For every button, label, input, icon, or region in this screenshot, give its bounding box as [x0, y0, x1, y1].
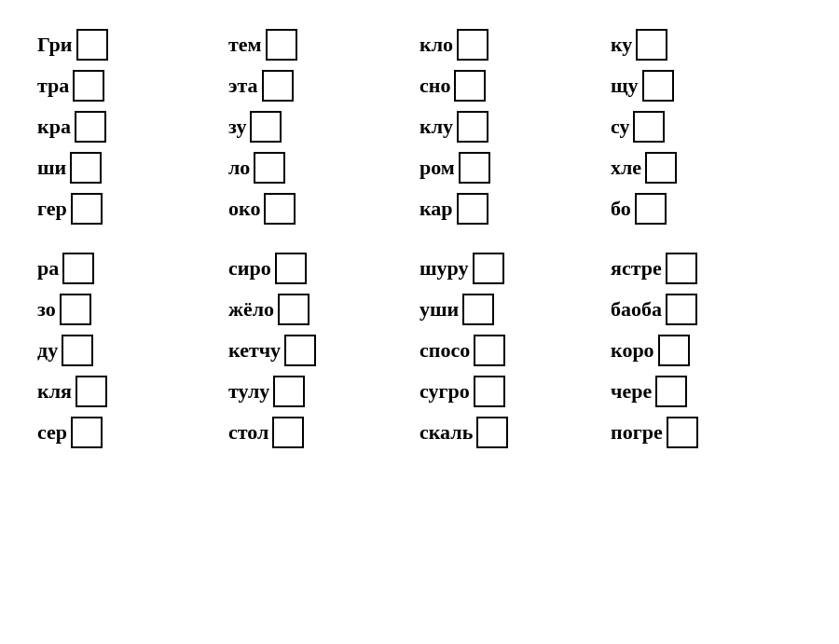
word-row: кра: [37, 111, 228, 143]
word-box[interactable]: [666, 294, 697, 325]
word-box[interactable]: [462, 294, 494, 325]
word-row: тулу: [228, 376, 420, 407]
word-box[interactable]: [636, 29, 667, 61]
word-box[interactable]: [75, 111, 106, 143]
word-prefix: тем: [228, 33, 262, 57]
word-prefix: шуру: [420, 256, 469, 281]
word-row: ра: [37, 253, 228, 284]
word-row: коро: [611, 335, 802, 366]
word-box[interactable]: [73, 70, 104, 102]
word-prefix: хле: [611, 156, 641, 180]
word-box[interactable]: [254, 152, 285, 184]
word-prefix: ра: [37, 256, 59, 281]
word-row: зо: [37, 294, 228, 325]
word-prefix: ло: [228, 156, 250, 180]
word-row: стол: [228, 417, 420, 448]
word-row: Гри: [37, 29, 228, 61]
word-prefix: стол: [228, 420, 268, 445]
word-box[interactable]: [60, 294, 91, 325]
word-prefix: ястре: [611, 256, 662, 281]
word-prefix: кло: [420, 33, 453, 57]
word-prefix: кар: [420, 197, 453, 221]
section-1-col-3: клосноклуромкар: [420, 29, 611, 225]
word-row: сер: [37, 417, 228, 448]
word-box[interactable]: [278, 294, 309, 325]
word-box[interactable]: [457, 29, 488, 61]
word-box[interactable]: [71, 417, 103, 448]
word-box[interactable]: [454, 70, 486, 102]
word-box[interactable]: [272, 417, 304, 448]
word-prefix: жёло: [228, 297, 274, 322]
word-prefix: ду: [37, 338, 58, 363]
word-prefix: ку: [611, 33, 632, 57]
word-prefix: бaoба: [611, 297, 662, 322]
word-row: ду: [37, 335, 228, 366]
word-box[interactable]: [476, 417, 508, 448]
word-row: ши: [37, 152, 228, 184]
page: Гритракрашигертемэтазулоококлосноклуромк…: [9, 10, 830, 635]
word-prefix: бо: [611, 197, 631, 221]
word-row: ку: [611, 29, 802, 61]
word-box[interactable]: [71, 193, 103, 225]
section-2-col-4: ястребaoбакорочерепогре: [611, 253, 802, 448]
word-box[interactable]: [459, 152, 490, 184]
word-row: кар: [420, 193, 611, 225]
word-prefix: чере: [611, 379, 652, 404]
word-prefix: ром: [420, 156, 455, 180]
word-box[interactable]: [633, 111, 665, 143]
word-prefix: Гри: [37, 33, 73, 57]
word-row: спосо: [420, 335, 611, 366]
word-prefix: уши: [420, 297, 459, 322]
word-prefix: щу: [611, 74, 639, 98]
word-prefix: погре: [611, 420, 663, 445]
word-box[interactable]: [635, 193, 667, 225]
section-1-col-4: кущусухлебо: [611, 29, 802, 225]
word-box[interactable]: [474, 335, 505, 366]
word-row: тем: [228, 29, 420, 61]
word-row: погре: [611, 417, 802, 448]
word-box[interactable]: [76, 29, 108, 61]
word-row: зу: [228, 111, 420, 143]
word-row: кетчу: [228, 335, 420, 366]
word-prefix: скаль: [420, 420, 473, 445]
word-row: бо: [611, 193, 802, 225]
word-row: щу: [611, 70, 802, 102]
word-box[interactable]: [262, 70, 294, 102]
word-row: эта: [228, 70, 420, 102]
word-prefix: спосо: [420, 338, 470, 363]
word-box[interactable]: [473, 253, 504, 284]
word-box[interactable]: [266, 29, 297, 61]
section-2-col-3: шуруушиспососугроскаль: [420, 253, 611, 448]
word-box[interactable]: [457, 193, 488, 225]
word-box[interactable]: [474, 376, 505, 407]
word-box[interactable]: [76, 376, 107, 407]
word-box[interactable]: [666, 253, 697, 284]
word-box[interactable]: [250, 111, 282, 143]
word-prefix: гер: [37, 197, 67, 221]
word-box[interactable]: [273, 376, 305, 407]
word-prefix: эта: [228, 74, 258, 98]
word-box[interactable]: [457, 111, 488, 143]
section-2-col-1: разодуклясер: [37, 253, 228, 448]
word-box[interactable]: [667, 417, 698, 448]
word-prefix: сно: [420, 74, 450, 98]
word-box[interactable]: [62, 253, 94, 284]
word-prefix: зо: [37, 297, 56, 322]
section-1-col-1: Гритракрашигер: [37, 29, 228, 225]
word-row: сугро: [420, 376, 611, 407]
word-box[interactable]: [658, 335, 690, 366]
word-row: уши: [420, 294, 611, 325]
word-prefix: клу: [420, 115, 453, 139]
word-box[interactable]: [284, 335, 316, 366]
word-box[interactable]: [275, 253, 307, 284]
word-prefix: сиро: [228, 256, 271, 281]
word-box[interactable]: [70, 152, 102, 184]
word-box[interactable]: [62, 335, 93, 366]
word-box[interactable]: [645, 152, 677, 184]
word-box[interactable]: [264, 193, 296, 225]
word-box[interactable]: [642, 70, 674, 102]
word-row: су: [611, 111, 802, 143]
word-box[interactable]: [655, 376, 687, 407]
word-row: бaoба: [611, 294, 802, 325]
word-row: ром: [420, 152, 611, 184]
